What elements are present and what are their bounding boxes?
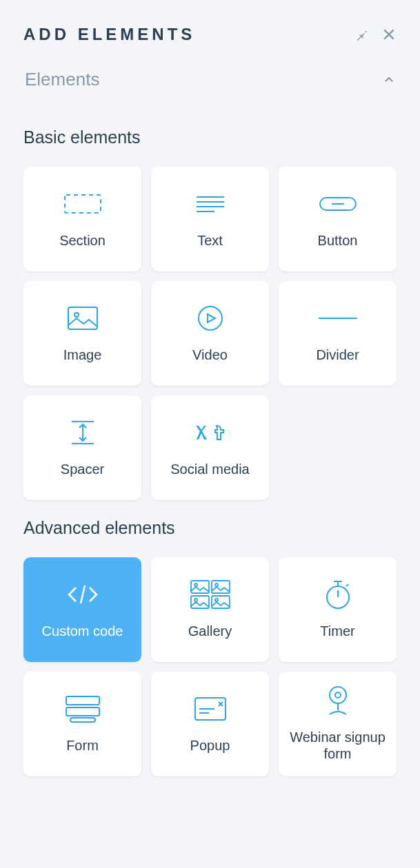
card-label: Form	[62, 737, 103, 754]
chevron-up-icon	[383, 74, 395, 86]
button-icon	[319, 189, 357, 218]
video-icon	[197, 304, 224, 333]
divider-icon	[319, 304, 357, 333]
svg-rect-31	[66, 707, 99, 716]
card-label: Divider	[312, 347, 363, 363]
svg-line-29	[346, 584, 348, 586]
svg-point-24	[215, 599, 218, 601]
svg-rect-21	[191, 596, 209, 608]
element-card-text[interactable]: Text	[151, 167, 269, 271]
group-title-advanced: Advanced elements	[23, 518, 397, 538]
svg-point-39	[330, 687, 346, 703]
svg-point-11	[199, 307, 222, 330]
card-label: Gallery	[184, 623, 236, 639]
svg-rect-23	[212, 596, 230, 608]
svg-rect-19	[212, 581, 230, 593]
webcam-icon	[326, 686, 350, 715]
image-icon	[68, 304, 98, 333]
svg-point-18	[194, 583, 197, 586]
card-label: Popup	[186, 737, 234, 754]
social-media-icon	[194, 418, 226, 447]
gallery-icon	[190, 580, 231, 609]
card-label: Social media	[166, 461, 254, 477]
header-action-group	[354, 27, 397, 42]
close-icon[interactable]	[381, 27, 397, 42]
section-title: Elements	[25, 69, 99, 90]
card-label: Video	[188, 347, 232, 363]
element-card-custom-code[interactable]: Custom code	[23, 557, 141, 662]
svg-rect-2	[65, 195, 101, 213]
svg-point-10	[74, 313, 79, 317]
element-card-section[interactable]: Section	[23, 167, 141, 271]
card-label: Image	[59, 347, 106, 363]
text-icon	[197, 189, 224, 218]
spacer-icon	[69, 418, 97, 447]
svg-rect-17	[191, 581, 209, 593]
svg-rect-30	[66, 696, 99, 705]
popup-icon	[194, 694, 227, 723]
svg-point-20	[215, 583, 218, 586]
svg-line-16	[81, 586, 85, 603]
element-card-popup[interactable]: Popup	[151, 672, 269, 776]
timer-icon	[324, 580, 352, 609]
element-card-divider[interactable]: Divider	[279, 281, 397, 386]
card-label: Spacer	[57, 461, 108, 477]
element-card-video[interactable]: Video	[151, 281, 269, 386]
advanced-elements-grid: Custom code	[23, 557, 397, 776]
element-card-form[interactable]: Form	[23, 672, 141, 776]
card-label: Text	[193, 232, 227, 249]
element-card-gallery[interactable]: Gallery	[151, 557, 269, 662]
svg-point-22	[194, 599, 197, 601]
card-label: Timer	[316, 623, 359, 639]
element-card-button[interactable]: Button	[279, 167, 397, 271]
basic-elements-grid: Section Text Button	[23, 167, 397, 500]
card-label: Custom code	[38, 623, 128, 639]
panel-header: ADD ELEMENTS	[23, 25, 397, 44]
svg-rect-9	[68, 307, 97, 329]
pin-icon[interactable]	[354, 27, 369, 42]
svg-point-40	[335, 692, 341, 698]
card-label: Section	[55, 232, 110, 249]
code-icon	[66, 580, 100, 609]
card-label: Webinar signup form	[283, 729, 392, 762]
elements-section-toggle[interactable]: Elements	[23, 63, 397, 110]
element-card-image[interactable]: Image	[23, 281, 141, 386]
element-card-social-media[interactable]: Social media	[151, 395, 269, 500]
element-card-timer[interactable]: Timer	[279, 557, 397, 662]
element-card-webinar[interactable]: Webinar signup form	[279, 672, 397, 776]
element-card-spacer[interactable]: Spacer	[23, 395, 141, 500]
group-title-basic: Basic elements	[23, 127, 397, 147]
card-label: Button	[314, 232, 362, 249]
add-elements-panel: ADD ELEMENTS Elements Basic elements	[0, 0, 420, 801]
panel-title: ADD ELEMENTS	[23, 25, 195, 44]
section-icon	[64, 189, 101, 218]
form-icon	[65, 694, 101, 723]
